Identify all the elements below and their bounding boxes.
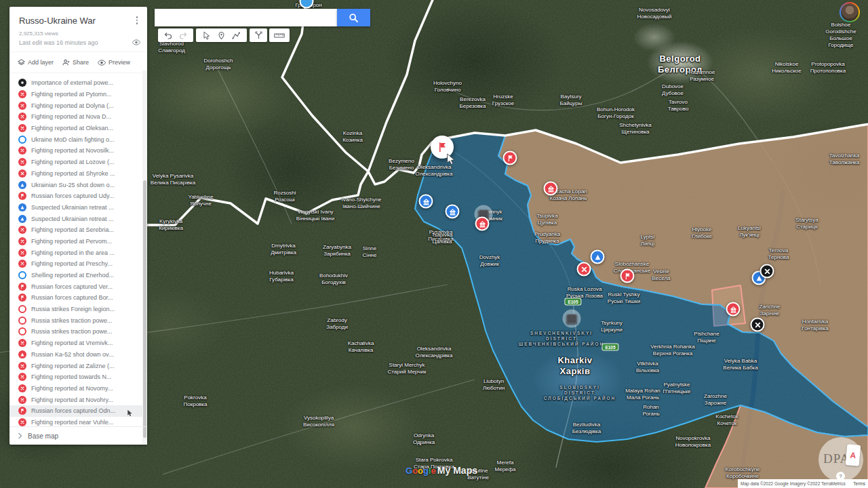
scrollbar-thumb[interactable] bbox=[143, 180, 146, 438]
red-x-icon bbox=[18, 260, 26, 268]
layer-item[interactable]: Ukraine MoD claim fighting o... bbox=[9, 134, 142, 145]
map-place-label: Korobochkyne Коробочкине bbox=[725, 466, 760, 480]
layer-item-label: Ukrainian Su-25 shot down o... bbox=[31, 182, 140, 188]
map-place-label: Protopopovka Протопоповка bbox=[810, 61, 846, 75]
red-tri-icon bbox=[18, 350, 26, 359]
search-input[interactable] bbox=[155, 9, 337, 26]
channel-watermark-badge: DPA A ? bbox=[818, 437, 863, 482]
layer-item[interactable]: Russia strikes traction powe... bbox=[9, 326, 142, 338]
layer-item[interactable]: Russian forces captured Ver... bbox=[9, 281, 142, 292]
layer-item[interactable]: Russian Ka-52 shot down ov... bbox=[9, 349, 142, 361]
layer-item-label: Fighting reported at Lozove (... bbox=[31, 159, 140, 165]
layers-panel: Russo-Ukraine War 2,925,315 views Last e… bbox=[9, 7, 147, 445]
layer-item[interactable]: Fighting reported at Pervom... bbox=[9, 236, 142, 247]
layer-item[interactable]: Fighting reported at Zalizne (... bbox=[9, 360, 142, 371]
layer-item[interactable]: Fighting reported at Shyroke ... bbox=[9, 168, 142, 180]
layer-item[interactable]: Russian forces captured Udy... bbox=[9, 190, 142, 202]
layer-item[interactable]: Suspected Ukrainian retreat ... bbox=[9, 202, 142, 214]
layer-item[interactable]: Fighting reported towards N... bbox=[9, 371, 142, 383]
layer-item[interactable]: Ukrainian Su-25 shot down o... bbox=[9, 179, 142, 190]
layer-item-label: Fighting reported at Novomy... bbox=[31, 385, 140, 392]
draw-line-icon[interactable] bbox=[232, 32, 240, 39]
layer-item[interactable]: Russian forces captured Odn... bbox=[9, 405, 142, 417]
layer-item[interactable]: Fighting reported at Lozove (... bbox=[9, 157, 142, 168]
red-x-icon bbox=[18, 418, 26, 426]
layer-item[interactable]: Russian forces captured Bor... bbox=[9, 292, 142, 304]
panel-scrollbar[interactable] bbox=[142, 70, 147, 445]
layer-item[interactable]: Importance of external powe... bbox=[9, 77, 142, 89]
directions-icon bbox=[255, 31, 262, 39]
last-edit-text: Last edit was 16 minutes ago bbox=[19, 39, 138, 46]
measure-button[interactable] bbox=[269, 28, 290, 42]
red-x-icon bbox=[18, 373, 26, 381]
redo-icon[interactable] bbox=[179, 32, 187, 39]
attribution-text: Map data ©2022 Google Imagery ©2022 Terr… bbox=[741, 481, 846, 486]
select-cursor-icon[interactable] bbox=[203, 31, 211, 40]
layer-item-label: Importance of external powe... bbox=[31, 79, 140, 86]
ruler-icon bbox=[274, 33, 285, 39]
red-build-map-marker[interactable] bbox=[475, 217, 490, 231]
visibility-eye-icon[interactable] bbox=[132, 39, 140, 45]
map-place-label: Razumnoe Разумное bbox=[689, 69, 715, 83]
red-build-map-marker[interactable] bbox=[544, 182, 558, 196]
red-flag-map-marker[interactable] bbox=[620, 269, 635, 283]
add-marker-icon[interactable] bbox=[218, 31, 225, 40]
red-x-icon bbox=[18, 396, 26, 404]
map-place-label: Tsupivka Цупівка bbox=[536, 213, 557, 226]
layer-item[interactable]: Suspected Ukrainian retreat ... bbox=[9, 213, 142, 224]
directions-button[interactable] bbox=[250, 28, 267, 42]
base-map-row[interactable]: Base map bbox=[9, 426, 147, 445]
search-button[interactable] bbox=[337, 9, 370, 26]
layer-item[interactable]: Fighting reported at Dolyna (... bbox=[9, 100, 142, 111]
layer-item[interactable]: Fighting reported at Novomy... bbox=[9, 383, 142, 394]
layer-item[interactable]: Fighting reported at Vremivk... bbox=[9, 338, 142, 349]
map-place-label: Yabluchne Яблучне bbox=[188, 194, 213, 207]
layer-item[interactable]: Fighting reported at Preschy... bbox=[9, 258, 142, 270]
kebab-menu-icon[interactable] bbox=[132, 15, 142, 26]
gray-map-marker[interactable] bbox=[563, 310, 581, 328]
layer-item[interactable]: Russia strikes traction powe... bbox=[9, 314, 142, 326]
red-x-icon bbox=[18, 249, 26, 257]
layer-item-label: Fighting reported at Zalizne (... bbox=[31, 363, 140, 369]
layer-item-label: Fighting reported at Pytomn... bbox=[31, 91, 140, 98]
terms-link[interactable]: Terms bbox=[853, 481, 865, 486]
layer-item-label: Ukraine MoD claim fighting o... bbox=[31, 136, 140, 143]
preview-button[interactable]: Preview bbox=[98, 59, 130, 66]
layer-item[interactable]: Fighting reported at Serebria... bbox=[9, 224, 142, 236]
layer-item-label: Russian forces captured Udy... bbox=[31, 192, 140, 199]
blue-tri-icon bbox=[18, 215, 26, 223]
layer-item[interactable]: Russia strikes Foreign legion... bbox=[9, 304, 142, 315]
blue-build-map-marker[interactable] bbox=[419, 195, 433, 209]
blue-build-map-marker[interactable] bbox=[446, 205, 460, 219]
black-x-map-marker[interactable] bbox=[751, 318, 765, 332]
red-build-map-marker[interactable] bbox=[726, 302, 741, 317]
layer-item[interactable]: Fighting reported at Oleksan... bbox=[9, 123, 142, 134]
account-avatar[interactable] bbox=[840, 2, 860, 22]
map-place-label: Kozinka Козинка bbox=[342, 130, 363, 144]
views-count: 2,925,315 views bbox=[19, 30, 138, 37]
layer-item[interactable]: Fighting reported at Novohry... bbox=[9, 394, 142, 405]
red-x-map-marker[interactable] bbox=[577, 262, 591, 277]
map-place-label: Dorohoshch Дорогощь bbox=[203, 58, 233, 71]
layer-item-label: Russian forces captured Bor... bbox=[31, 294, 140, 301]
layer-item[interactable]: Shelling reported at Enerhod... bbox=[9, 270, 142, 281]
red-x-icon bbox=[18, 146, 26, 155]
blue-tri-map-marker[interactable] bbox=[591, 250, 605, 264]
map-place-label: Verkhnia Rohanka Верхня Роганка bbox=[650, 344, 694, 357]
undo-icon[interactable] bbox=[164, 32, 172, 39]
black-x-map-marker[interactable] bbox=[760, 264, 774, 279]
layer-item[interactable]: Fighting reported at Novosilk... bbox=[9, 145, 142, 157]
watermark-dot: ? bbox=[836, 472, 845, 481]
layer-item[interactable]: Fighting reported in the area ... bbox=[9, 247, 142, 258]
layer-item-label: Suspected Ukrainian retreat ... bbox=[31, 216, 140, 222]
add-layer-button[interactable]: Add layer bbox=[18, 59, 54, 66]
layer-item[interactable]: Fighting reported near Vuhle... bbox=[9, 417, 142, 427]
layer-item[interactable]: Fighting reported at Nova D... bbox=[9, 111, 142, 123]
map-place-label: Vilkhivka Вільхівка bbox=[636, 361, 659, 374]
map-place-label: Hontarivka Гонтарівка bbox=[802, 319, 828, 332]
share-button[interactable]: Share bbox=[62, 59, 89, 66]
red-flag-map-marker[interactable] bbox=[503, 151, 517, 165]
map-place-label: Hlyboke Глибоке bbox=[692, 226, 712, 240]
red-flag-icon bbox=[18, 192, 26, 200]
layer-item[interactable]: Fighting reported at Pytomn... bbox=[9, 89, 142, 100]
